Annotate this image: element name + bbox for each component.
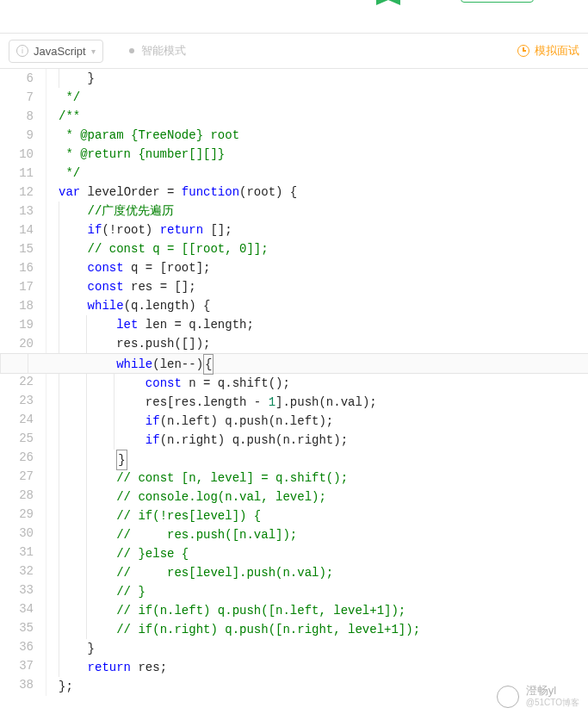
token: while (88, 299, 124, 313)
code-line[interactable]: // res.push([n.val]); (59, 525, 588, 544)
token: []; (203, 223, 232, 237)
code-line[interactable]: const n = q.shift(); (59, 374, 588, 393)
indent-guide (86, 393, 87, 412)
indent-guide (59, 525, 59, 544)
code-line[interactable]: * @return {number[][]} (59, 145, 588, 164)
line-number: 16 (0, 258, 34, 277)
code-line[interactable]: } (59, 69, 588, 88)
code-line[interactable]: // const [n, level] = q.shift(); (59, 469, 588, 487)
indent-guide (0, 354, 1, 373)
code-line[interactable]: // console.log(n.val, level); (59, 487, 588, 506)
token: } (116, 450, 127, 470)
token: let (116, 318, 138, 332)
line-number: 6 (0, 69, 34, 88)
code-line[interactable]: res[res.length - 1].push(n.val); (59, 393, 588, 412)
code-line[interactable]: // if(n.right) q.push([n.right, level+1]… (59, 620, 588, 639)
code-line[interactable]: var levelOrder = function(root) { (59, 183, 588, 202)
code-line[interactable]: // if(!res[level]) { (59, 506, 588, 525)
line-number: 37 (0, 656, 34, 675)
code-line[interactable]: /** (59, 107, 588, 126)
indent-guide (59, 412, 59, 431)
language-select[interactable]: i JavaScript ▾ (9, 40, 103, 63)
line-number: 35 (0, 618, 34, 637)
indent-guide (86, 487, 87, 506)
code-line[interactable]: // }else { (59, 544, 588, 563)
token: // if(!res[level]) { (116, 509, 261, 523)
line-number: 17 (0, 277, 34, 296)
token: if (88, 223, 102, 237)
code-line[interactable]: let len = q.length; (59, 315, 588, 334)
code-line[interactable]: */ (59, 164, 588, 183)
code-area[interactable]: } *//** * @param {TreeNode} root * @retu… (46, 69, 588, 696)
token: var (59, 185, 80, 199)
indent-guide (59, 393, 59, 412)
download-app-button[interactable]: 下载 App (461, 0, 534, 3)
line-number: 19 (0, 315, 34, 334)
mode-label: 智能模式 (141, 43, 186, 59)
code-line[interactable]: while(q.length) { (59, 296, 588, 315)
token: // if(n.right) q.push([n.right, level+1]… (116, 623, 420, 636)
code-line[interactable]: return res; (59, 658, 588, 677)
chevron-down-icon: ▾ (91, 47, 96, 56)
token: ].push(n.val); (275, 395, 377, 409)
code-line[interactable]: //广度优先遍历 (59, 202, 588, 220)
code-line[interactable]: } (59, 639, 588, 658)
indent-guide (86, 544, 87, 563)
indent-guide (59, 220, 59, 239)
mode-dot-icon (129, 48, 134, 53)
line-number: 28 (0, 486, 34, 505)
token: } (88, 71, 95, 85)
token: /** (59, 109, 80, 123)
indent-guide (59, 469, 59, 487)
mode-indicator[interactable]: 智能模式 (129, 43, 186, 59)
code-line[interactable]: // if(n.left) q.push([n.left, level+1]); (59, 601, 588, 620)
mock-interview-button[interactable]: 模拟面试 (517, 43, 579, 59)
info-icon: i (16, 45, 28, 57)
token: (root) { (239, 185, 297, 199)
code-line[interactable]: if(n.left) q.push(n.left); (59, 412, 588, 431)
bookmark-ribbon-icon[interactable] (376, 0, 400, 5)
code-line[interactable]: // } (59, 582, 588, 601)
token: return (160, 223, 203, 237)
indent-guide (59, 620, 59, 639)
code-line[interactable]: const q = [root]; (59, 258, 588, 277)
line-number: 30 (0, 524, 34, 543)
indent-guide (59, 69, 59, 88)
code-line[interactable]: res.push([]); (59, 334, 588, 353)
indent-guide (59, 277, 59, 296)
line-number: 25 (0, 429, 34, 448)
code-line[interactable]: while(len--){ (0, 353, 588, 374)
code-line[interactable]: } (59, 450, 588, 469)
code-line[interactable]: if(n.right) q.push(n.right); (59, 431, 588, 450)
watermark: 澄畅yl @51CTO博客 (497, 685, 579, 709)
indent-guide (59, 563, 59, 582)
line-number: 22 (0, 372, 34, 391)
indent-guide (59, 239, 59, 258)
code-line[interactable]: // res[level].push(n.val); (59, 563, 588, 582)
line-number-gutter: 6789101112131415161718192021222324252627… (0, 69, 46, 696)
line-number: 38 (0, 675, 34, 694)
token: 1 (269, 395, 275, 409)
token: * @return {number[][]} (59, 147, 225, 161)
indent-guide (59, 658, 59, 677)
line-number: 14 (0, 220, 34, 239)
indent-guide (86, 582, 87, 601)
code-line[interactable]: // const q = [[root, 0]]; (59, 239, 588, 258)
line-number: 26 (0, 448, 34, 467)
line-number: 7 (0, 88, 34, 107)
token: res = []; (124, 280, 196, 294)
token: (n.right) q.push(n.right); (160, 433, 348, 447)
indent-guide (86, 412, 87, 431)
editor-toolbar: i JavaScript ▾ 智能模式 模拟面试 (0, 33, 588, 69)
code-line[interactable]: const res = []; (59, 277, 588, 296)
indent-guide (59, 334, 59, 353)
code-line[interactable]: * @param {TreeNode} root (59, 126, 588, 145)
code-line[interactable]: if(!root) return []; (59, 220, 588, 239)
token: (n.left) q.push(n.left); (160, 414, 334, 428)
code-line[interactable]: */ (59, 88, 588, 107)
token: function (182, 185, 239, 199)
token: * @param {TreeNode} root (59, 128, 239, 142)
line-number: 11 (0, 164, 34, 183)
indent-guide (86, 620, 87, 639)
code-editor[interactable]: 6789101112131415161718192021222324252627… (0, 69, 588, 696)
